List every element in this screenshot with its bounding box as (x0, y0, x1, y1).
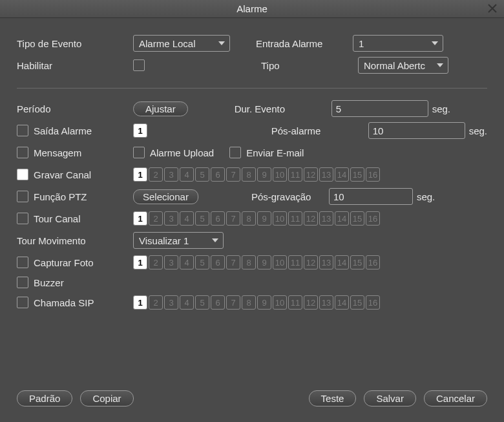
checkbox-enviar-email[interactable] (229, 147, 241, 158)
channel-9[interactable]: 9 (257, 295, 271, 310)
input-pos-alarme[interactable] (368, 122, 465, 139)
channel-6[interactable]: 6 (211, 295, 225, 310)
channel-15[interactable]: 15 (350, 167, 364, 182)
channel-3[interactable]: 3 (164, 255, 178, 269)
channel-2[interactable]: 2 (149, 295, 163, 310)
channel-14[interactable]: 14 (335, 167, 349, 182)
checkbox-gravar-canal[interactable] (17, 169, 28, 180)
window-title: Alarme (236, 3, 268, 14)
channel-1[interactable]: 1 (133, 211, 147, 226)
channel-4[interactable]: 4 (180, 211, 194, 226)
checkbox-saida-alarme[interactable] (17, 125, 28, 136)
channel-11[interactable]: 11 (288, 295, 302, 310)
channel-7[interactable]: 7 (226, 211, 240, 226)
channel-16[interactable]: 16 (366, 295, 380, 310)
channel-1[interactable]: 1 (133, 295, 147, 310)
select-entrada-alarme[interactable]: 1 (353, 35, 443, 52)
channel-16[interactable]: 16 (366, 167, 380, 182)
channel-6[interactable]: 6 (211, 211, 225, 226)
close-button[interactable] (486, 2, 499, 15)
checkbox-habilitar[interactable] (133, 59, 145, 71)
padrao-button[interactable]: Padrão (17, 390, 72, 406)
channel-9[interactable]: 9 (257, 211, 271, 226)
suffix-seg: seg. (428, 103, 450, 114)
channel-4[interactable]: 4 (180, 295, 194, 310)
channel-8[interactable]: 8 (242, 167, 256, 182)
channel-6[interactable]: 6 (211, 255, 225, 269)
channel-7[interactable]: 7 (226, 167, 240, 182)
channel-3[interactable]: 3 (164, 295, 178, 310)
select-tour-movimento[interactable]: Visualizar 1 (133, 232, 224, 249)
channel-2[interactable]: 2 (149, 167, 163, 182)
channel-3[interactable]: 3 (164, 167, 178, 182)
channel-12[interactable]: 12 (304, 295, 318, 310)
channel-11[interactable]: 11 (288, 255, 302, 269)
select-tipo-evento[interactable]: Alarme Local (133, 35, 230, 52)
checkbox-capturar-foto[interactable] (17, 257, 28, 268)
channel-5[interactable]: 5 (195, 255, 209, 269)
channel-5[interactable]: 5 (195, 295, 209, 310)
channel-12[interactable]: 12 (304, 211, 318, 226)
channel-14[interactable]: 14 (335, 211, 349, 226)
channel-1[interactable]: 1 (133, 167, 147, 182)
channel-14[interactable]: 14 (335, 295, 349, 310)
channel-5[interactable]: 5 (195, 167, 209, 182)
channels-chamada-sip: 12345678910111213141516 (133, 295, 380, 310)
channel-8[interactable]: 8 (242, 255, 256, 269)
channel-12[interactable]: 12 (304, 255, 318, 269)
channel-10[interactable]: 10 (273, 167, 287, 182)
input-dur-evento[interactable] (331, 100, 428, 117)
channel-3[interactable]: 3 (164, 211, 178, 226)
channel-1[interactable]: 1 (133, 255, 147, 269)
channel-16[interactable]: 16 (366, 211, 380, 226)
checkbox-chamada-sip[interactable] (17, 297, 28, 308)
channel-13[interactable]: 13 (319, 295, 333, 310)
channel-9[interactable]: 9 (257, 167, 271, 182)
channel-2[interactable]: 2 (149, 255, 163, 269)
channel-6[interactable]: 6 (211, 167, 225, 182)
channel-9[interactable]: 9 (257, 255, 271, 269)
channel-10[interactable]: 10 (273, 211, 287, 226)
label-mensagem: Mensagem (34, 147, 81, 158)
ajustar-button[interactable]: Ajustar (133, 101, 188, 116)
suffix-seg: seg. (413, 191, 435, 202)
channel-13[interactable]: 13 (319, 211, 333, 226)
channel-1[interactable]: 1 (133, 123, 147, 138)
checkbox-buzzer[interactable] (17, 277, 28, 288)
channel-13[interactable]: 13 (319, 167, 333, 182)
channel-13[interactable]: 13 (319, 255, 333, 269)
copiar-button[interactable]: Copiar (80, 390, 133, 406)
channel-12[interactable]: 12 (304, 167, 318, 182)
chevron-down-icon (218, 41, 225, 45)
channel-8[interactable]: 8 (242, 211, 256, 226)
input-pos-gravacao[interactable] (329, 188, 413, 205)
channel-2[interactable]: 2 (149, 211, 163, 226)
checkbox-tour-canal[interactable] (17, 213, 28, 224)
channel-7[interactable]: 7 (226, 255, 240, 269)
channel-8[interactable]: 8 (242, 295, 256, 310)
channel-15[interactable]: 15 (350, 295, 364, 310)
channel-15[interactable]: 15 (350, 211, 364, 226)
channel-4[interactable]: 4 (180, 167, 194, 182)
channel-16[interactable]: 16 (366, 255, 380, 269)
checkbox-alarme-upload[interactable] (133, 147, 145, 158)
salvar-button[interactable]: Salvar (364, 390, 416, 406)
channel-15[interactable]: 15 (350, 255, 364, 269)
label-entrada-alarme: Entrada Alarme (256, 38, 353, 49)
checkbox-funcao-ptz[interactable] (17, 191, 28, 202)
channels-tour-canal: 12345678910111213141516 (133, 211, 380, 226)
channel-4[interactable]: 4 (180, 255, 194, 269)
channel-11[interactable]: 11 (288, 211, 302, 226)
channel-11[interactable]: 11 (288, 167, 302, 182)
channel-5[interactable]: 5 (195, 211, 209, 226)
channel-14[interactable]: 14 (335, 255, 349, 269)
channel-10[interactable]: 10 (273, 255, 287, 269)
channel-7[interactable]: 7 (226, 295, 240, 310)
channel-10[interactable]: 10 (273, 295, 287, 310)
selecionar-button[interactable]: Selecionar (133, 189, 198, 204)
select-tipo[interactable]: Normal Abertc (358, 57, 448, 74)
checkbox-mensagem[interactable] (17, 147, 28, 158)
cancelar-button[interactable]: Cancelar (424, 390, 487, 406)
svg-marker-2 (437, 63, 443, 67)
teste-button[interactable]: Teste (309, 390, 357, 406)
